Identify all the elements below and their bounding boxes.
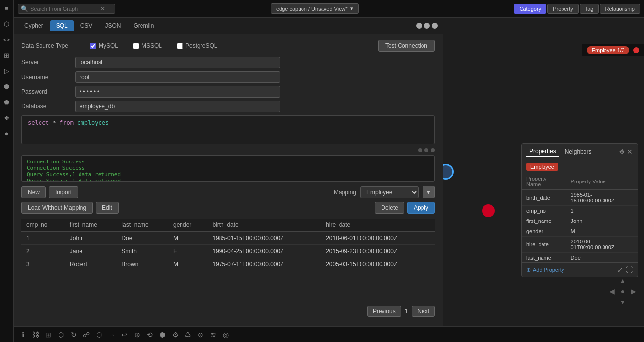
bottom-hex-icon[interactable]: ⬡ <box>56 329 66 340</box>
close-button[interactable] <box>432 23 438 29</box>
maximize-button[interactable] <box>424 23 430 29</box>
props-tab-neighbors[interactable]: Neighbors <box>562 147 595 156</box>
bottom-target-icon[interactable]: ⊙ <box>195 329 206 340</box>
minimize-button[interactable] <box>416 23 422 29</box>
mapping-select[interactable]: Employee <box>360 186 419 198</box>
import-button[interactable]: Import <box>49 186 78 198</box>
table-row[interactable]: 1JohnDoeM1985-01-15T00:00:00.000Z2010-06… <box>21 232 435 245</box>
tab-tag[interactable]: Tag <box>580 4 599 14</box>
bottom-node-icon[interactable]: ⬡ <box>94 329 104 340</box>
password-input[interactable] <box>75 86 280 98</box>
tab-json[interactable]: JSON <box>99 20 126 31</box>
mssql-option[interactable]: MSSQL <box>133 42 162 49</box>
bottom-bars-icon[interactable]: ≋ <box>208 329 219 340</box>
tab-cypher[interactable]: Cypher <box>19 20 49 31</box>
search-clear-icon[interactable]: ✕ <box>101 5 105 12</box>
props-move-icon[interactable]: ✥ <box>619 148 625 156</box>
prop-name: gender <box>522 226 566 237</box>
col-emp-no: emp_no <box>21 219 65 232</box>
nav-down-icon[interactable]: ▼ <box>618 297 627 307</box>
table-footer: Previous 1 Next <box>21 302 435 321</box>
props-close-icon[interactable]: ✕ <box>627 148 633 156</box>
table-row[interactable]: 3RobertBrownM1975-07-11T00:00:00.000Z200… <box>21 258 435 271</box>
new-button[interactable]: New <box>21 186 46 198</box>
mapping-label: Mapping <box>334 189 356 196</box>
tab-category[interactable]: Category <box>514 4 546 14</box>
tab-relationship[interactable]: Relationship <box>600 4 640 14</box>
add-property-button[interactable]: ⊕ Add Property <box>526 267 564 273</box>
tab-sql[interactable]: SQL <box>50 20 74 31</box>
search-box[interactable]: 🔍 ✕ <box>18 4 115 14</box>
props-col-name: Property Name <box>522 174 566 190</box>
log-line-2: Connection Success <box>27 165 429 171</box>
bottom-add-icon[interactable]: ⊕ <box>132 329 142 340</box>
bottom-grid-icon[interactable]: ⊞ <box>43 329 54 340</box>
table-cell: Brown <box>117 258 168 271</box>
search-input[interactable] <box>30 6 99 12</box>
col-hire-date: hire_date <box>321 219 435 232</box>
password-row: Password <box>21 86 435 98</box>
sidebar-star-icon[interactable]: ❖ <box>2 113 11 122</box>
bottom-circle-icon[interactable]: ◎ <box>221 329 231 340</box>
mapping-row: Mapping Employee ▾ <box>334 186 435 198</box>
previous-button[interactable]: Previous <box>367 306 401 317</box>
bottom-refresh-icon[interactable]: ↻ <box>68 329 79 340</box>
database-input[interactable] <box>75 101 280 112</box>
props-row: genderM <box>522 226 638 237</box>
top-bar: 🔍 ✕ edge caption / Unsaved View* ▾ Categ… <box>14 0 644 18</box>
props-expand-icon[interactable]: ⤢ <box>617 266 623 274</box>
delete-button[interactable]: Delete <box>375 202 404 214</box>
next-button[interactable]: Next <box>412 306 435 317</box>
sidebar-play-icon[interactable]: ▷ <box>2 66 11 75</box>
nav-up-icon[interactable]: ▲ <box>618 276 627 285</box>
mysql-checkbox[interactable] <box>90 43 96 49</box>
bottom-info-icon[interactable]: ℹ <box>18 329 28 340</box>
bottom-arrow-icon[interactable]: → <box>106 329 117 340</box>
table-cell: 1990-04-25T00:00:00.000Z <box>207 245 321 258</box>
sidebar-dot-icon[interactable]: ● <box>2 129 11 138</box>
props-row: birth_date1985-01-15T00:00:00.000Z <box>522 190 638 206</box>
tab-csv[interactable]: CSV <box>75 20 99 31</box>
props-fullscreen-icon[interactable]: ⛶ <box>626 266 633 274</box>
sidebar-code-icon[interactable]: <> <box>2 35 11 44</box>
bottom-link-icon[interactable]: ⛓ <box>30 329 41 340</box>
server-input[interactable] <box>75 57 280 68</box>
edge-caption-button[interactable]: edge caption / Unsaved View* ▾ <box>271 3 359 14</box>
bottom-gem-icon[interactable]: ⬢ <box>157 329 168 340</box>
code-editor[interactable]: select * from employees <box>21 115 435 144</box>
search-icon: 🔍 <box>21 5 28 12</box>
nav-left-icon[interactable]: ◀ <box>607 286 617 296</box>
mapping-dropdown-button[interactable]: ▾ <box>423 186 435 198</box>
username-input[interactable] <box>75 71 280 83</box>
postgresql-option[interactable]: PostgreSQL <box>177 42 217 49</box>
mysql-option[interactable]: MySQL <box>90 42 118 49</box>
props-tab-properties[interactable]: Properties <box>526 147 559 157</box>
nav-right-icon[interactable]: ▶ <box>628 286 638 296</box>
top-bar-tabs: Category Property Tag Relationship <box>514 4 640 14</box>
table-row[interactable]: 2JaneSmithF1990-04-25T00:00:00.000Z2015-… <box>21 245 435 258</box>
sidebar-grid-icon[interactable]: ⊞ <box>2 51 11 60</box>
test-connection-button[interactable]: Test Connection <box>378 40 435 52</box>
bottom-rotate-icon[interactable]: ⟲ <box>144 329 155 340</box>
mssql-checkbox[interactable] <box>133 43 139 49</box>
sidebar-menu-icon[interactable]: ≡ <box>2 4 11 13</box>
sidebar-filter-icon[interactable]: ⬢ <box>2 82 11 91</box>
postgresql-checkbox[interactable] <box>177 43 183 49</box>
col-gender: gender <box>168 219 207 232</box>
edit-button[interactable]: Edit <box>96 202 119 214</box>
graph-node-red-large[interactable] <box>482 204 495 217</box>
nav-center-icon[interactable]: ● <box>618 286 627 296</box>
bottom-layout-icon[interactable]: ☍ <box>81 329 92 340</box>
apply-button[interactable]: Apply <box>407 202 435 214</box>
tab-gremlin[interactable]: Gremlin <box>127 20 160 31</box>
tab-property[interactable]: Property <box>547 4 579 14</box>
sidebar-home-icon[interactable]: ⬡ <box>2 20 11 28</box>
sidebar-group-icon[interactable]: ⬟ <box>2 98 11 106</box>
bottom-undo-icon[interactable]: ↩ <box>119 329 130 340</box>
bottom-recycle-icon[interactable]: ♺ <box>182 329 193 340</box>
prop-name: birth_date <box>522 190 566 206</box>
load-without-mapping-button[interactable]: Load Without Mapping <box>21 202 93 214</box>
bottom-settings-icon[interactable]: ⚙ <box>170 329 181 340</box>
editor-footer <box>21 148 435 152</box>
table-cell: 1975-07-11T00:00:00.000Z <box>207 258 321 271</box>
